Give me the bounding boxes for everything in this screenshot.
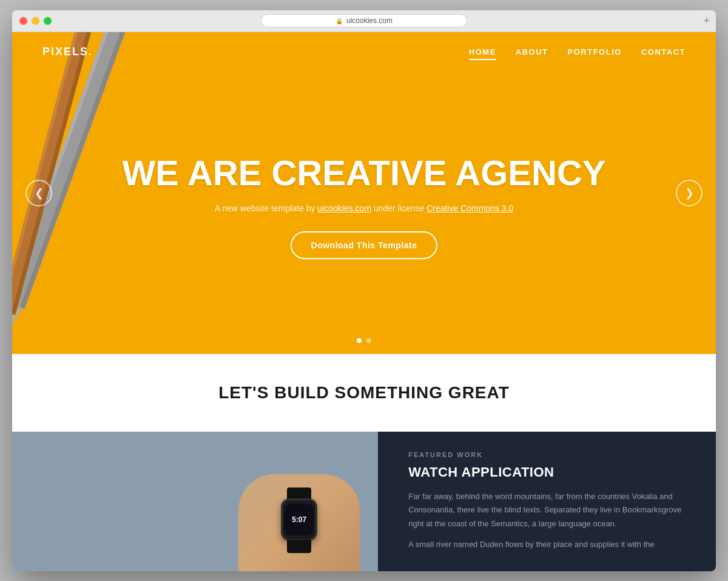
nav-item-about[interactable]: ABOUT xyxy=(516,46,548,57)
featured-label: FEATURED WORK xyxy=(408,451,686,458)
featured-content: FEATURED WORK WATCH APPLICATION Far far … xyxy=(378,432,716,571)
nav-link-portfolio[interactable]: PORTFOLIO xyxy=(568,47,622,56)
hero-title: WE ARE CREATIVE AGENCY xyxy=(122,154,605,192)
hero-subtitle: A new website template by uicookies.com … xyxy=(215,203,514,213)
hero-section: PIXELS. HOME ABOUT PORTFOLIO CONTACT xyxy=(12,32,716,354)
address-bar[interactable]: 🔒 uicookies.com xyxy=(261,14,467,27)
minimize-button[interactable] xyxy=(32,17,39,25)
close-button[interactable] xyxy=(19,17,27,25)
tagline-title: LET'S BUILD SOMETHING GREAT xyxy=(36,383,692,403)
navigation: PIXELS. HOME ABOUT PORTFOLIO CONTACT xyxy=(12,32,716,72)
hero-content: WE ARE CREATIVE AGENCY A new website tem… xyxy=(12,59,716,354)
site-logo[interactable]: PIXELS. xyxy=(42,46,93,58)
featured-section: 5:07 FEATURED WORK WATCH APPLICATION Far… xyxy=(12,432,716,571)
url-text: uicookies.com xyxy=(346,16,393,25)
new-tab-button[interactable]: + xyxy=(703,15,710,27)
browser-titlebar: 🔒 uicookies.com + xyxy=(12,10,716,32)
watch-band-bottom xyxy=(287,540,311,553)
download-button[interactable]: Download This Template xyxy=(291,231,438,259)
featured-title: WATCH APPLICATION xyxy=(408,464,686,480)
nav-item-portfolio[interactable]: PORTFOLIO xyxy=(568,46,622,57)
subtitle-link-uicookies[interactable]: uicookies.com xyxy=(317,203,371,213)
subtitle-middle: under license xyxy=(371,203,426,213)
website-content: PIXELS. HOME ABOUT PORTFOLIO CONTACT xyxy=(12,32,716,571)
nav-link-contact[interactable]: CONTACT xyxy=(641,47,686,56)
browser-buttons xyxy=(19,17,52,25)
tagline-section: LET'S BUILD SOMETHING GREAT xyxy=(12,354,716,432)
watch-scene: 5:07 xyxy=(238,450,360,571)
watch-time: 5:07 xyxy=(292,515,306,524)
nav-item-contact[interactable]: CONTACT xyxy=(641,46,686,57)
featured-desc-1: Far far away, behind the word mountains,… xyxy=(408,490,686,530)
watch-screen: 5:07 xyxy=(285,504,314,535)
watch-device: 5:07 xyxy=(281,498,317,541)
nav-links: HOME ABOUT PORTFOLIO CONTACT xyxy=(469,46,686,57)
dot-2[interactable] xyxy=(366,338,371,343)
featured-image: 5:07 xyxy=(12,432,378,571)
watch-band-top xyxy=(287,488,311,500)
subtitle-prefix: A new website template by xyxy=(215,203,318,213)
subtitle-link-cc[interactable]: Creative Commons 3.0 xyxy=(426,203,513,213)
lock-icon: 🔒 xyxy=(335,18,343,24)
slider-next-button[interactable]: ❯ xyxy=(676,180,703,206)
maximize-button[interactable] xyxy=(44,17,52,25)
slider-prev-button[interactable]: ❮ xyxy=(25,180,52,206)
nav-link-about[interactable]: ABOUT xyxy=(516,47,548,56)
dot-1[interactable] xyxy=(357,338,362,343)
nav-item-home[interactable]: HOME xyxy=(469,46,496,57)
nav-link-home[interactable]: HOME xyxy=(469,47,496,60)
slider-dots xyxy=(357,338,371,343)
browser-window: 🔒 uicookies.com + xyxy=(12,10,716,571)
featured-desc-2: A small river named Duden flows by their… xyxy=(408,538,686,551)
